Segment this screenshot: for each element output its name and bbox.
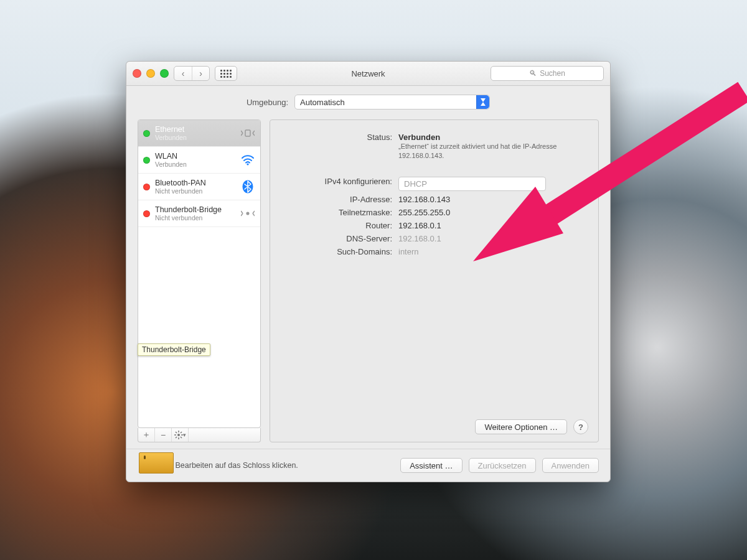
- service-name: Ethernet: [155, 125, 235, 134]
- search-domains-label: Such-Domains:: [280, 247, 398, 256]
- zoom-button[interactable]: [160, 69, 169, 78]
- svg-point-4: [177, 434, 180, 436]
- ip-address-value: 192.168.0.143: [398, 195, 588, 204]
- subnet-value: 255.255.255.0: [398, 208, 588, 217]
- lock-body-icon: [139, 452, 174, 474]
- service-item-ethernet[interactable]: Ethernet Verbunden: [138, 120, 260, 147]
- status-label: Status:: [280, 133, 398, 142]
- service-name: Bluetooth-PAN: [155, 179, 235, 187]
- lock-hint: Zum Bearbeiten auf das Schloss klicken.: [157, 461, 298, 470]
- assistant-button[interactable]: Assistent …: [400, 458, 462, 473]
- location-row: Umgebung: Automatisch: [126, 86, 610, 114]
- lock-button[interactable]: [138, 457, 151, 474]
- service-detail-panel: Status: Verbunden „Ethernet“ ist zurzeit…: [270, 119, 599, 442]
- ipv4-config-value: DHCP: [404, 179, 427, 189]
- wifi-icon: [240, 154, 255, 166]
- status-dot-icon: [143, 210, 150, 217]
- svg-line-9: [176, 432, 177, 433]
- tooltip: Thunderbolt-Bridge: [138, 343, 210, 356]
- ethernet-icon: [240, 128, 255, 138]
- svg-point-3: [247, 212, 249, 215]
- window-titlebar: ‹ › Netzwerk 🔍︎ Suchen: [126, 62, 610, 86]
- search-input[interactable]: 🔍︎ Suchen: [491, 66, 604, 81]
- remove-service-button[interactable]: −: [155, 428, 172, 442]
- status-dot-icon: [143, 130, 150, 137]
- svg-line-11: [181, 432, 182, 433]
- search-domains-value: intern: [398, 247, 588, 256]
- close-button[interactable]: [133, 69, 141, 78]
- status-value: Verbunden: [398, 133, 440, 142]
- network-preferences-window: ‹ › Netzwerk 🔍︎ Suchen Umgebung: Automat…: [126, 61, 611, 482]
- ipv4-config-select[interactable]: DHCP: [398, 177, 546, 191]
- minimize-button[interactable]: [146, 69, 155, 78]
- nav-back-forward[interactable]: ‹ ›: [174, 66, 210, 81]
- apply-button[interactable]: Anwenden: [542, 458, 599, 473]
- svg-point-1: [247, 163, 248, 165]
- nav-back-button[interactable]: ‹: [174, 67, 192, 80]
- advanced-button[interactable]: Weitere Optionen …: [475, 419, 567, 434]
- service-status: Nicht verbunden: [155, 187, 235, 195]
- service-status: Verbunden: [155, 134, 235, 141]
- location-label: Umgebung:: [247, 98, 288, 107]
- grid-icon: [220, 70, 232, 78]
- thunderbolt-icon: [240, 208, 255, 218]
- status-dot-icon: [143, 157, 150, 164]
- window-body: Ethernet Verbunden WLAN Verbunden: [126, 114, 610, 449]
- location-value: Automatisch: [300, 98, 345, 107]
- service-item-thunderbolt-bridge[interactable]: Thunderbolt-Bridge Nicht verbunden: [138, 200, 260, 227]
- service-actions-button[interactable]: ▾: [172, 428, 189, 442]
- ipv4-config-label: IPv4 konfigurieren:: [280, 177, 398, 186]
- show-all-button[interactable]: [215, 66, 237, 81]
- window-footer: Zum Bearbeiten auf das Schloss klicken. …: [126, 449, 610, 482]
- dns-value: 192.168.0.1: [398, 234, 588, 243]
- service-item-bluetooth-pan[interactable]: Bluetooth-PAN Nicht verbunden: [138, 174, 260, 200]
- svg-line-10: [181, 437, 182, 438]
- service-list: Ethernet Verbunden WLAN Verbunden: [138, 119, 261, 428]
- traffic-lights: [133, 69, 169, 78]
- bluetooth-icon: [240, 180, 255, 194]
- service-status: Verbunden: [155, 161, 235, 168]
- service-item-wlan[interactable]: WLAN Verbunden: [138, 147, 260, 174]
- status-note: „Ethernet“ ist zurzeit aktiviert und hat…: [398, 142, 579, 161]
- ip-address-label: IP-Adresse:: [280, 195, 398, 204]
- service-list-sidebar: Ethernet Verbunden WLAN Verbunden: [138, 119, 261, 442]
- status-dot-icon: [143, 184, 150, 190]
- nav-forward-button[interactable]: ›: [192, 67, 209, 80]
- svg-line-12: [176, 437, 177, 438]
- select-stepper-icon: [476, 95, 489, 109]
- search-icon: 🔍︎: [529, 69, 537, 78]
- search-placeholder: Suchen: [540, 69, 565, 78]
- router-label: Router:: [280, 221, 398, 230]
- subnet-label: Teilnetzmaske:: [280, 208, 398, 217]
- service-name: WLAN: [155, 152, 235, 161]
- router-value: 192.168.0.1: [398, 221, 588, 230]
- add-service-button[interactable]: ＋: [138, 428, 155, 442]
- service-list-footer: ＋ − ▾: [138, 428, 261, 442]
- gear-icon: [174, 431, 183, 439]
- help-button[interactable]: ?: [573, 419, 588, 434]
- service-name: Thunderbolt-Bridge: [155, 205, 235, 214]
- revert-button[interactable]: Zurücksetzen: [469, 458, 536, 473]
- service-status: Nicht verbunden: [155, 214, 235, 222]
- dns-label: DNS-Server:: [280, 234, 398, 243]
- location-select[interactable]: Automatisch: [294, 95, 490, 110]
- svg-rect-0: [245, 130, 250, 136]
